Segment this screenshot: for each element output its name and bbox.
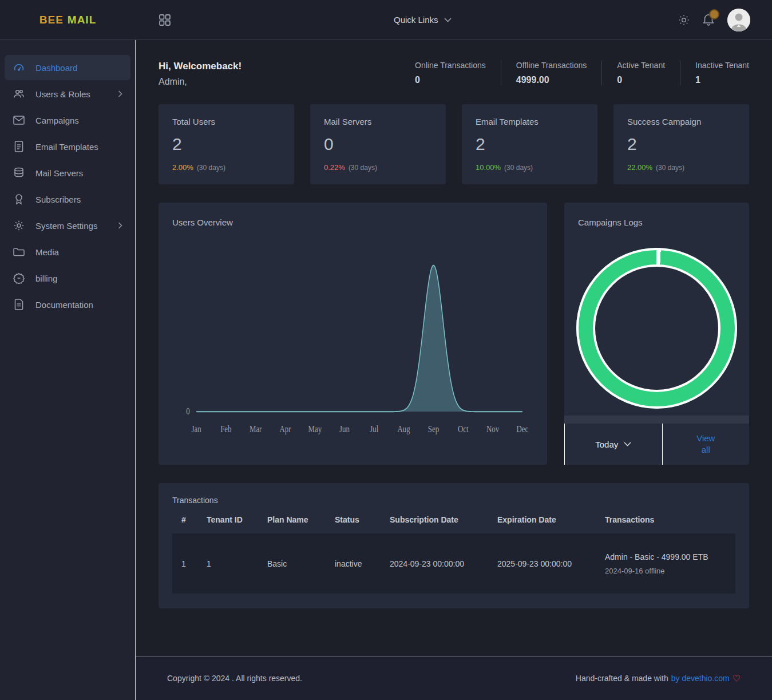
badge-icon — [13, 272, 25, 284]
card-period: (30 days) — [504, 164, 533, 172]
svg-text:Aug: Aug — [398, 424, 410, 434]
sidebar-item-users-roles[interactable]: Users & Roles — [5, 81, 130, 106]
document-icon — [13, 299, 25, 310]
campaigns-view-all-link[interactable]: View all — [663, 424, 749, 465]
col-num: # — [181, 515, 207, 524]
cell-transactions: Admin - Basic - 4999.00 ETB 2024-09-16 o… — [605, 552, 735, 575]
col-status: Status — [335, 515, 390, 524]
cell-subscription-date: 2024-09-23 00:00:00 — [390, 559, 497, 568]
sidebar-item-media[interactable]: Media — [5, 239, 130, 264]
transaction-date: 2024-09-16 offline — [605, 567, 735, 575]
greeting-title: Hi, Welcomeback! — [159, 61, 242, 72]
greeting-subtitle: Admin, — [159, 77, 242, 87]
theme-toggle-button[interactable] — [678, 14, 690, 26]
sidebar-item-system-settings[interactable]: System Settings — [5, 213, 130, 238]
campaigns-footer: Today View all — [564, 424, 749, 465]
brand-bee: BEE — [39, 14, 64, 26]
gauge-icon — [13, 62, 25, 73]
card-mail-servers: Mail Servers 0 0.22%(30 days) — [310, 104, 446, 184]
stat-label: Offline Transactions — [516, 61, 587, 70]
chevron-right-icon — [118, 90, 122, 97]
stat-value: 0 — [617, 75, 665, 85]
svg-text:Dec: Dec — [516, 424, 528, 434]
sidebar-item-documentation[interactable]: Documentation — [5, 292, 130, 317]
cell-expiration-date: 2025-09-23 00:00:00 — [497, 559, 605, 568]
stat-label: Active Tenant — [617, 61, 665, 70]
campaigns-logs-panel: Campaigns Logs Today View all — [564, 203, 749, 465]
svg-text:Apr: Apr — [279, 424, 291, 434]
app-grid-icon[interactable] — [159, 14, 171, 26]
sidebar-item-label: Dashboard — [35, 63, 77, 73]
credit-link[interactable]: by devethio.com — [671, 674, 730, 683]
greeting-block: Hi, Welcomeback! Admin, — [159, 61, 242, 87]
svg-text:0: 0 — [186, 406, 189, 416]
sidebar-item-label: Documentation — [35, 300, 93, 310]
card-value: 2 — [172, 135, 280, 154]
svg-text:Oct: Oct — [458, 424, 469, 434]
top-stats: Online Transactions 0 Offline Transactio… — [415, 61, 749, 85]
user-avatar[interactable] — [727, 9, 750, 31]
svg-text:Jul: Jul — [370, 424, 378, 434]
credit-text: Hand-crafted & made with by devethio.com… — [576, 673, 741, 684]
sidebar-item-email-templates[interactable]: Email Templates — [5, 134, 130, 159]
brand-mail: MAIL — [68, 14, 96, 26]
svg-text:Jun: Jun — [339, 424, 350, 434]
card-success-campaign: Success Campaign 2 22.00%(30 days) — [613, 104, 749, 184]
card-email-templates: Email Templates 2 10.00%(30 days) — [462, 104, 597, 184]
card-period: (30 days) — [656, 164, 684, 172]
quick-links-label: Quick Links — [394, 15, 438, 25]
chevron-down-icon — [624, 442, 631, 446]
card-percent: 2.00% — [172, 163, 193, 172]
table-row: 1 1 Basic inactive 2024-09-23 00:00:00 2… — [172, 533, 735, 594]
col-plan-name: Plan Name — [267, 515, 335, 524]
campaigns-footer-band — [564, 416, 749, 424]
brand-logo-text: BEEMAIL — [39, 14, 97, 26]
cell-tenant-id: 1 — [207, 559, 267, 568]
person-icon — [727, 9, 750, 31]
col-subscription-date: Subscription Date — [390, 515, 497, 524]
stat-value: 4999.00 — [516, 75, 587, 85]
card-total-users: Total Users 2 2.00%(30 days) — [159, 104, 294, 184]
brand-logo: BEEMAIL — [0, 14, 136, 26]
users-overview-chart: JanFebMarAprMayJunJulAugSepOctNovDec0 — [172, 231, 533, 444]
campaigns-filter-dropdown[interactable]: Today — [565, 424, 663, 465]
card-value: 0 — [324, 135, 432, 154]
cell-num: 1 — [181, 559, 207, 568]
folder-icon — [13, 247, 25, 257]
award-icon — [13, 193, 25, 205]
card-percent: 0.22% — [324, 163, 345, 172]
campaigns-filter-label: Today — [595, 440, 618, 449]
cell-plan-name: Basic — [267, 559, 335, 568]
sidebar-item-label: Campaigns — [35, 116, 79, 125]
header-actions — [678, 9, 750, 31]
quick-links-dropdown[interactable]: Quick Links — [394, 15, 452, 25]
col-expiration-date: Expiration Date — [497, 515, 605, 524]
sun-icon — [678, 14, 690, 26]
sidebar-item-subscribers[interactable]: Subscribers — [5, 187, 130, 212]
stat-offline-transactions: Offline Transactions 4999.00 — [501, 61, 601, 85]
card-title: Email Templates — [476, 117, 584, 126]
chevron-right-icon — [118, 222, 122, 229]
users-icon — [13, 88, 25, 100]
file-text-icon — [13, 141, 25, 152]
notifications-button[interactable] — [702, 13, 715, 27]
sidebar-item-dashboard[interactable]: Dashboard — [5, 55, 130, 80]
gear-icon — [13, 220, 25, 231]
sidebar-item-billing[interactable]: billing — [5, 266, 130, 291]
users-overview-panel: Users Overview JanFebMarAprMayJunJulAugS… — [159, 203, 547, 465]
sidebar-item-mail-servers[interactable]: Mail Servers — [5, 160, 130, 185]
card-period: (30 days) — [197, 164, 225, 172]
users-overview-title: Users Overview — [172, 217, 533, 227]
stat-value: 0 — [415, 75, 486, 85]
notification-badge — [709, 9, 719, 19]
sidebar-item-campaigns[interactable]: Campaigns — [5, 108, 130, 133]
transaction-detail: Admin - Basic - 4999.00 ETB — [605, 552, 735, 561]
database-icon — [13, 167, 25, 179]
main-content: Hi, Welcomeback! Admin, Online Transacti… — [136, 40, 772, 656]
stat-cards-row: Total Users 2 2.00%(30 days) Mail Server… — [159, 104, 749, 184]
stat-active-tenant: Active Tenant 0 — [601, 61, 680, 85]
stat-inactive-tenant: Inactive Tenant 1 — [680, 61, 749, 85]
transactions-table-header: # Tenant ID Plan Name Status Subscriptio… — [172, 515, 735, 524]
stat-online-transactions: Online Transactions 0 — [415, 61, 501, 85]
stat-value: 1 — [695, 75, 749, 85]
